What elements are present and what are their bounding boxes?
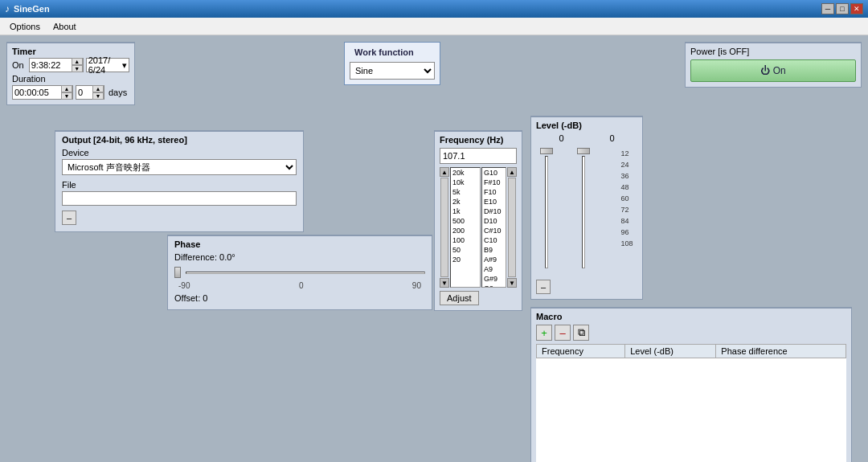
device-label: Device (62, 148, 297, 157)
level-scale-number: 84 (620, 215, 628, 227)
frequency-scale-list: 20k10k5k2k1k5002001005020 (450, 167, 481, 288)
level-right-track[interactable] (582, 156, 585, 268)
freq-note-item[interactable]: C#10 (482, 226, 506, 235)
freq-note-item[interactable]: C10 (482, 235, 506, 245)
level-scale-number: 36 (620, 170, 628, 182)
freq-note-item[interactable]: D10 (482, 216, 506, 226)
freq-note-item[interactable]: A9 (482, 264, 506, 274)
freq-scale-item[interactable]: 10k (451, 178, 480, 187)
duration-input[interactable]: ▲ ▼ (12, 85, 73, 100)
device-select[interactable]: Microsoft 声音映射器 (62, 159, 297, 175)
duration-label: Duration (12, 74, 129, 84)
adjust-button[interactable]: Adjust (440, 291, 479, 305)
level-left-track[interactable] (545, 156, 548, 268)
time-up-btn[interactable]: ▲ (72, 58, 83, 65)
freq-scale-item[interactable]: 5k (451, 187, 480, 197)
level-scale-number: 60 (620, 193, 628, 204)
days-up-btn[interactable]: ▲ (92, 85, 104, 92)
freq-note-item[interactable]: F10 (482, 187, 506, 197)
freq-note-item[interactable]: A#9 (482, 255, 506, 264)
macro-panel: Macro + – ⧉ Frequency Level (-dB) Phase … (530, 307, 852, 462)
on-label: On (12, 60, 27, 70)
file-label: File (62, 180, 297, 190)
freq-note-item[interactable]: G9 (482, 284, 506, 288)
work-function-panel: Work function Sine Square Triangle Sawto… (344, 42, 440, 85)
date-value: 2017/ 6/24 (88, 55, 121, 75)
menu-bar: Options About (0, 18, 868, 35)
freq-notes-scrollbar-thumb (508, 178, 516, 277)
close-button[interactable]: ✕ (850, 3, 863, 14)
days-input[interactable]: ▲ ▼ (76, 85, 104, 100)
maximize-button[interactable]: □ (836, 3, 849, 14)
freq-note-item[interactable]: E10 (482, 197, 506, 206)
level-scale-number: 24 (620, 159, 628, 170)
macro-copy-button[interactable]: ⧉ (573, 325, 589, 341)
freq-note-item[interactable]: B9 (482, 245, 506, 255)
macro-remove-button[interactable]: – (555, 325, 571, 341)
freq-scale-item[interactable]: 200 (451, 226, 480, 235)
freq-scale-item[interactable]: 500 (451, 216, 480, 226)
freq-scale-item[interactable]: 100 (451, 235, 480, 245)
duration-down-btn[interactable]: ▼ (61, 92, 72, 100)
power-button[interactable]: ⏻ On (690, 59, 856, 82)
work-function-title: Work function (350, 46, 435, 59)
time-value[interactable] (30, 59, 72, 72)
freq-scale-item[interactable]: 20 (451, 255, 480, 264)
duration-up-btn[interactable]: ▲ (61, 85, 72, 92)
freq-scale-item[interactable]: 2k (451, 197, 480, 206)
freq-scale-scroll-up[interactable]: ▲ (440, 167, 449, 177)
level-scale-number: 108 (620, 238, 633, 249)
level-dash-button[interactable]: – (536, 280, 551, 294)
macro-toolbar: + – ⧉ (536, 325, 846, 341)
days-value[interactable] (76, 86, 92, 99)
freq-notes-scroll-up[interactable]: ▲ (507, 167, 517, 177)
work-function-select[interactable]: Sine Square Triangle Sawtooth (350, 62, 435, 80)
macro-add-button[interactable]: + (536, 325, 552, 341)
level-right-thumb[interactable] (577, 148, 590, 154)
time-input[interactable]: ▲ ▼ (29, 58, 84, 72)
macro-table-body (537, 358, 846, 463)
freq-scale-item[interactable]: 1k (451, 206, 480, 216)
phase-zero-label: 0 (299, 281, 304, 290)
freq-note-item[interactable]: G#9 (482, 274, 506, 284)
duration-value[interactable] (13, 86, 61, 99)
level-scale-number: 72 (620, 204, 628, 215)
minimize-button[interactable]: ─ (821, 3, 834, 14)
title-bar: ♪ SineGen ─ □ ✕ (0, 0, 868, 18)
window-controls: ─ □ ✕ (821, 3, 863, 14)
level-scale-number: 96 (620, 227, 628, 238)
phase-min-label: -90 (178, 281, 190, 290)
freq-note-item[interactable]: D#10 (482, 206, 506, 216)
menu-options[interactable]: Options (3, 20, 47, 33)
level-title: Level (-dB) (536, 121, 637, 130)
file-input[interactable] (62, 191, 297, 206)
freq-note-item[interactable]: G10 (482, 168, 506, 178)
level-sliders-area: 1224364860728496108 (536, 148, 637, 276)
power-panel: Power [is OFF] ⏻ On (685, 42, 862, 88)
freq-scale-item[interactable]: 50 (451, 245, 480, 255)
freq-scale-scroll-down[interactable]: ▼ (440, 278, 449, 288)
freq-scale-scrollbar-thumb (440, 178, 448, 277)
macro-table: Frequency Level (-dB) Phase difference (536, 344, 846, 462)
output-title: Output [24-bit, 96 kHz, stereo] (62, 135, 297, 145)
phase-slider-track[interactable] (186, 272, 425, 274)
menu-about[interactable]: About (47, 20, 83, 33)
level-left-thumb[interactable] (540, 148, 553, 154)
freq-note-item[interactable]: F#10 (482, 178, 506, 187)
frequency-panel: Frequency (Hz) ▲ ▼ 20k10k5k2k1k500200100… (434, 130, 522, 311)
output-panel: Output [24-bit, 96 kHz, stereo] Device M… (55, 130, 304, 232)
date-dropdown-icon[interactable]: ▾ (122, 60, 127, 71)
phase-offset: Offset: 0 (174, 293, 425, 303)
output-dash-button[interactable]: – (62, 211, 76, 225)
freq-scale-item[interactable]: 20k (451, 168, 480, 178)
macro-col-level: Level (-dB) (625, 345, 716, 358)
date-select[interactable]: 2017/ 6/24 ▾ (86, 58, 129, 72)
level-panel: Level (-dB) 0 0 1224364860728496108 – (530, 116, 643, 300)
app-icon: ♪ (5, 3, 10, 14)
phase-difference: Difference: 0.0° (174, 252, 425, 262)
frequency-input[interactable] (440, 148, 517, 164)
freq-notes-scroll-down[interactable]: ▼ (507, 278, 517, 288)
phase-slider-thumb[interactable] (174, 267, 181, 278)
time-down-btn[interactable]: ▼ (72, 65, 83, 72)
days-down-btn[interactable]: ▼ (92, 92, 104, 100)
